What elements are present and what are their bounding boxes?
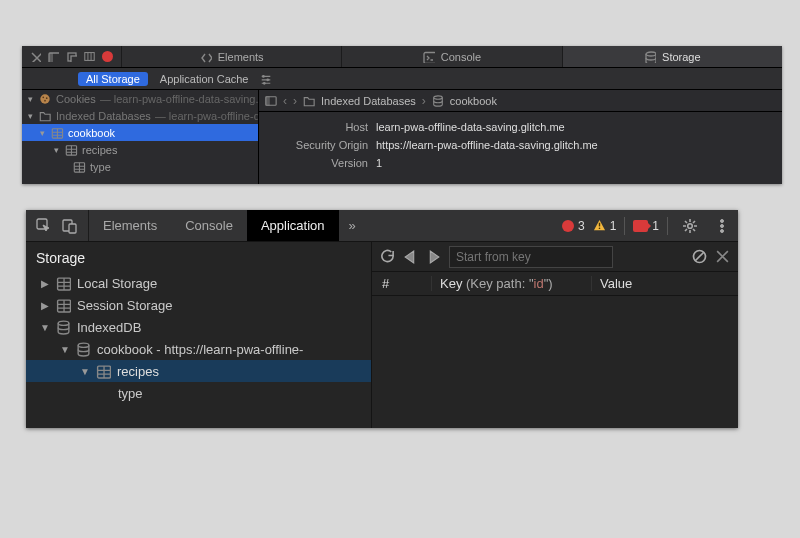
safari-window-controls xyxy=(22,46,121,67)
page-prev-icon[interactable] xyxy=(403,249,418,264)
database-icon xyxy=(56,320,71,335)
database-icon xyxy=(76,342,91,357)
col-key: Key (Key path: "id") xyxy=(432,276,592,291)
detail-key: Version xyxy=(273,154,368,172)
issues-flag-icon xyxy=(633,220,648,232)
nav-forward-icon[interactable]: › xyxy=(293,94,297,108)
table-icon xyxy=(96,364,111,379)
nav-back-icon[interactable]: ‹ xyxy=(283,94,287,108)
warning-icon xyxy=(593,219,606,232)
chrome-idb-pane: # Key (Key path: "id") Value xyxy=(372,242,738,428)
tab-storage[interactable]: Storage xyxy=(562,46,782,67)
sidebar-item-label: Local Storage xyxy=(77,276,157,291)
more-tabs-button[interactable]: » xyxy=(339,210,366,241)
detail-value: https://learn-pwa-offline-data-saving.gl… xyxy=(376,136,598,154)
tree-item-store[interactable]: ▾ recipes xyxy=(22,141,258,158)
detail-value: 1 xyxy=(376,154,382,172)
tab-label: Elements xyxy=(218,51,264,63)
filter-all-storage[interactable]: All Storage xyxy=(78,72,148,86)
clear-icon[interactable] xyxy=(692,249,707,264)
delete-icon[interactable] xyxy=(715,249,730,264)
safari-tabs: Elements Console Storage xyxy=(121,46,782,67)
chrome-tabs: Elements Console Application xyxy=(89,210,339,241)
sidebar-item-label: Session Storage xyxy=(77,298,172,313)
gear-icon xyxy=(682,218,698,234)
table-icon xyxy=(56,276,71,291)
error-badge-icon[interactable] xyxy=(102,51,113,62)
tree-item-index[interactable]: type xyxy=(22,158,258,175)
sidebar-item-label: recipes xyxy=(117,364,159,379)
svg-rect-23 xyxy=(85,53,94,61)
chrome-status-badges: 3 1 1 xyxy=(556,210,674,241)
safari-crumbbar: ‹ › Indexed Databases › cookbook xyxy=(259,90,782,112)
start-key-input[interactable] xyxy=(449,246,613,268)
storage-icon xyxy=(644,51,656,63)
sidebar-item-indexeddb[interactable]: ▼ IndexedDB xyxy=(26,316,371,338)
kebab-icon xyxy=(714,218,730,234)
chrome-topbar: Elements Console Application » 3 1 1 xyxy=(26,210,738,242)
close-icon[interactable] xyxy=(30,51,41,62)
folder-icon xyxy=(303,95,315,107)
expand-icon: ▶ xyxy=(40,278,50,289)
safari-detail-pane: ‹ › Indexed Databases › cookbook Hostlea… xyxy=(259,90,782,184)
sidebar-item-store[interactable]: ▼ recipes xyxy=(26,360,371,382)
warnings-badge[interactable]: 1 xyxy=(593,219,617,233)
safari-inspector-window: Elements Console Storage All Storage App… xyxy=(22,46,782,184)
sidebar-item-index[interactable]: type xyxy=(26,382,371,404)
inspect-icon[interactable] xyxy=(36,218,52,234)
idb-table-header: # Key (Key path: "id") Value xyxy=(372,272,738,296)
sidebar-item-session-storage[interactable]: ▶ Session Storage xyxy=(26,294,371,316)
sidebar-section-storage: Storage xyxy=(26,246,371,272)
expand-icon: ▼ xyxy=(40,322,50,333)
tree-group-cookies[interactable]: ▾ Cookies — learn-pwa-offline-data-savin… xyxy=(22,90,258,107)
tabs-icon[interactable] xyxy=(84,51,95,62)
expand-icon: ▶ xyxy=(40,300,50,311)
tab-console[interactable]: Console xyxy=(341,46,561,67)
expand-icon: ▾ xyxy=(26,111,34,121)
menu-button[interactable] xyxy=(706,210,738,241)
settings-button[interactable] xyxy=(674,210,706,241)
safari-topbar: Elements Console Storage xyxy=(22,46,782,68)
tree-group-indexeddb[interactable]: ▾ Indexed Databases — learn-pwa-offline-… xyxy=(22,107,258,124)
table-icon xyxy=(72,161,86,173)
idb-toolbar xyxy=(372,242,738,272)
sidebar-item-local-storage[interactable]: ▶ Local Storage xyxy=(26,272,371,294)
issues-badge[interactable]: 1 xyxy=(633,219,659,233)
tab-console[interactable]: Console xyxy=(171,210,247,241)
filter-application-cache[interactable]: Application Cache xyxy=(152,72,257,86)
tree-label: Indexed Databases xyxy=(56,110,151,122)
col-index: # xyxy=(372,276,432,291)
crumb-parent[interactable]: Indexed Databases xyxy=(321,95,416,107)
page-next-icon[interactable] xyxy=(426,249,441,264)
tab-application[interactable]: Application xyxy=(247,210,339,241)
copy-icon[interactable] xyxy=(66,51,77,62)
refresh-icon[interactable] xyxy=(380,249,395,264)
safari-detail-list: Hostlearn-pwa-offline-data-saving.glitch… xyxy=(259,112,782,178)
col-value: Value xyxy=(592,276,632,291)
sidebar-item-database[interactable]: ▼ cookbook - https://learn-pwa-offline- xyxy=(26,338,371,360)
tab-elements[interactable]: Elements xyxy=(121,46,341,67)
tree-sublabel: — learn-pwa-offline-data-saving.gl… xyxy=(100,93,258,105)
errors-badge[interactable]: 3 xyxy=(562,219,585,233)
expand-icon: ▾ xyxy=(52,145,60,155)
tab-elements[interactable]: Elements xyxy=(89,210,171,241)
dock-icon[interactable] xyxy=(48,51,59,62)
tree-sublabel: — learn-pwa-offline-dat… xyxy=(155,110,258,122)
sidebar-item-label: IndexedDB xyxy=(77,320,141,335)
tree-item-database[interactable]: ▾ cookbook xyxy=(22,124,258,141)
device-toggle-icon[interactable] xyxy=(62,218,78,234)
crumb-current[interactable]: cookbook xyxy=(450,95,497,107)
detail-key: Security Origin xyxy=(273,136,368,154)
detail-value: learn-pwa-offline-data-saving.glitch.me xyxy=(376,118,565,136)
tree-label: type xyxy=(90,161,111,173)
expand-icon: ▾ xyxy=(26,94,34,104)
sidebar-toggle-icon[interactable] xyxy=(265,95,277,107)
sliders-icon[interactable] xyxy=(260,73,272,85)
detail-key: Host xyxy=(273,118,368,136)
expand-icon: ▼ xyxy=(80,366,90,377)
tab-label: Storage xyxy=(662,51,701,63)
safari-filterbar: All Storage Application Cache xyxy=(22,68,782,90)
expand-icon: ▼ xyxy=(60,344,70,355)
table-icon xyxy=(64,144,78,156)
idb-table-body xyxy=(372,296,738,428)
